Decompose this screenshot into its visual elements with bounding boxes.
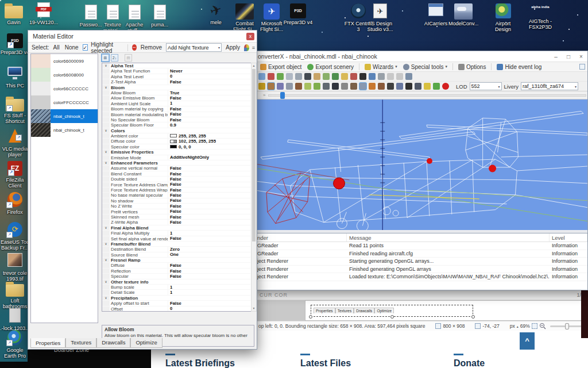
texture-icon[interactable] (323, 73, 330, 80)
property-row[interactable]: ∨ Framebuffer Blend (102, 241, 250, 247)
axe-brown-icon[interactable] (378, 83, 385, 90)
category-collapse-icon[interactable] (102, 290, 110, 294)
category-collapse-icon[interactable]: ∨ (102, 160, 110, 165)
attachpoint-marker[interactable] (334, 178, 345, 189)
wizards-button[interactable]: Wizards▾ (363, 64, 399, 70)
property-row[interactable]: ∨ Fresnel Ramp (102, 258, 250, 263)
apple-icon[interactable] (442, 83, 449, 90)
selection-handle[interactable] (309, 315, 312, 319)
property-row[interactable]: Force Texture Address Clamp False (102, 182, 250, 187)
sphere-icon[interactable] (415, 83, 421, 90)
wheel-icon[interactable] (405, 83, 412, 90)
editor-canvas[interactable]: PropertiesTexturesDrawcallsOptimize (255, 300, 588, 321)
desktop-icon-loft[interactable]: Loft bathrooms (0, 282, 30, 309)
desktop-icon-gavin[interactable]: Gavin (0, 3, 29, 25)
property-row[interactable]: No Specular Bloom False (102, 117, 250, 122)
property-row[interactable]: Set final alpha value at render time Fal… (102, 236, 250, 241)
desktop-icon-ade[interactable]: Airport Design Edit... (488, 3, 518, 33)
apply-button[interactable]: Apply (225, 44, 241, 51)
editor-tab[interactable]: Optimize (130, 338, 162, 348)
film-icon[interactable] (304, 73, 311, 80)
category-collapse-icon[interactable] (102, 166, 110, 170)
category-collapse-icon[interactable]: ∨ (102, 258, 110, 262)
editor-tab[interactable]: Drawcalls (96, 338, 130, 348)
desktop-icon-puma[interactable]: puma... (145, 5, 175, 28)
truck-icon[interactable] (350, 83, 357, 90)
animation-timeline[interactable] (268, 94, 586, 97)
category-collapse-icon[interactable]: ∨ (102, 279, 110, 284)
call-icon[interactable] (350, 73, 357, 80)
antenna-icon[interactable] (341, 83, 348, 90)
category-collapse-icon[interactable] (102, 269, 110, 273)
gear-icon[interactable] (359, 83, 366, 90)
categorized-view-button[interactable]: ⊞ (102, 54, 109, 62)
category-collapse-icon[interactable] (102, 155, 110, 160)
maximize-button[interactable]: □ (562, 53, 575, 60)
tree-icon[interactable] (277, 73, 284, 80)
desktop-icon-modelconvx[interactable]: ModelConv... (448, 3, 478, 26)
property-row[interactable]: ∨ Colors (102, 128, 250, 133)
material-list-item[interactable]: nbai_chinook_t (31, 109, 98, 123)
zoom-out-icon[interactable] (539, 323, 546, 329)
category-collapse-icon[interactable] (102, 79, 110, 84)
plane-icon[interactable] (332, 83, 339, 90)
attachpoint-marker[interactable] (489, 165, 496, 172)
desktop-icon-lock-file[interactable]: .-lock.1203... (0, 308, 30, 331)
image-preview-icon[interactable] (295, 73, 302, 80)
column-level[interactable]: Level (550, 233, 587, 241)
category-collapse-icon[interactable] (102, 263, 110, 267)
property-row[interactable]: Assume vertical normal False (102, 166, 250, 171)
editor-tab[interactable]: Textures (65, 338, 96, 348)
category-collapse-icon[interactable] (102, 101, 110, 106)
material-list-item[interactable]: colorFFCCCCCC (31, 95, 98, 109)
property-row[interactable]: Force Texture Address Wrap False (102, 187, 250, 193)
3d-viewport[interactable] (255, 99, 587, 233)
event-log-header[interactable]: nder Message Level (255, 233, 587, 242)
column-message[interactable]: Message (347, 233, 550, 241)
desktop-icon-combat[interactable]: Combat Flight Si... (230, 3, 260, 32)
undo-icon[interactable] (387, 73, 394, 80)
category-collapse-icon[interactable] (102, 198, 110, 203)
desktop-icon-msfs[interactable]: ✈ Microsoft Flight Si... (257, 3, 287, 32)
property-row[interactable]: Specular False (102, 274, 250, 279)
sort-alphabetical-button[interactable]: 2↓ (111, 54, 118, 62)
property-row[interactable]: Reflection False (102, 269, 250, 274)
walker-icon[interactable] (359, 73, 366, 80)
frame-step-control[interactable]: » (263, 93, 265, 98)
desktop-icon-easeus[interactable]: ⟳ EaseUS Tod Backup Fr... (0, 222, 30, 251)
folder-export-icon[interactable] (341, 73, 348, 80)
pin-icon[interactable] (268, 73, 274, 80)
log-row[interactable]: ject Renderer Starting generating OpenGL… (255, 258, 587, 266)
material-editor-title-bar[interactable]: Material Editor x (28, 30, 257, 42)
export-scenery-button[interactable]: Export scenery (305, 64, 355, 70)
category-collapse-icon[interactable]: ∨ (102, 241, 110, 246)
clock-icon[interactable] (405, 73, 412, 80)
log-row[interactable]: ject Renderer Loaded texture: E:\Common\… (255, 273, 587, 281)
material-list-item[interactable]: color66CCCCCC (31, 82, 98, 95)
desktop-icon-google-earth[interactable]: Google Earth Pro (0, 330, 30, 359)
desktop-icon-fs-stuff[interactable]: FS Stuff - Shortcut (0, 97, 30, 124)
property-row[interactable]: Double sided False (102, 177, 250, 182)
recycle-icon[interactable] (433, 83, 440, 90)
property-row[interactable]: Detail Scale 1 (102, 290, 250, 295)
axe-orange-icon[interactable] (369, 83, 376, 90)
monitor-gray-icon[interactable] (378, 73, 385, 80)
feather-icon[interactable] (424, 83, 431, 90)
property-row[interactable]: Allow Emissive Bloom False (102, 95, 250, 101)
category-collapse-icon[interactable] (102, 90, 110, 95)
toolbar-overflow-icon[interactable]: ≡ (252, 45, 255, 51)
category-collapse-icon[interactable] (102, 187, 110, 192)
category-collapse-icon[interactable] (102, 68, 110, 73)
category-collapse-icon[interactable] (102, 204, 110, 208)
zoom-icon[interactable] (258, 73, 265, 80)
desktop-icon-p3d[interactable]: P3D Prepar3D v4 (0, 33, 30, 55)
log-row[interactable]: ject Renderer Finished generating OpenGL… (255, 266, 587, 274)
category-collapse-icon[interactable] (102, 106, 110, 111)
minimize-button[interactable]: – (550, 53, 562, 60)
back-to-top-button[interactable]: ^ (520, 332, 535, 350)
select-none-button[interactable]: None (64, 44, 80, 51)
unit-dropdown-arrow[interactable]: ▴ (517, 324, 519, 328)
image-icon[interactable] (286, 73, 293, 80)
hide-event-log-button[interactable]: Hide event log (495, 64, 543, 70)
property-row[interactable]: ∨ Enhanced Parameters (102, 160, 250, 166)
